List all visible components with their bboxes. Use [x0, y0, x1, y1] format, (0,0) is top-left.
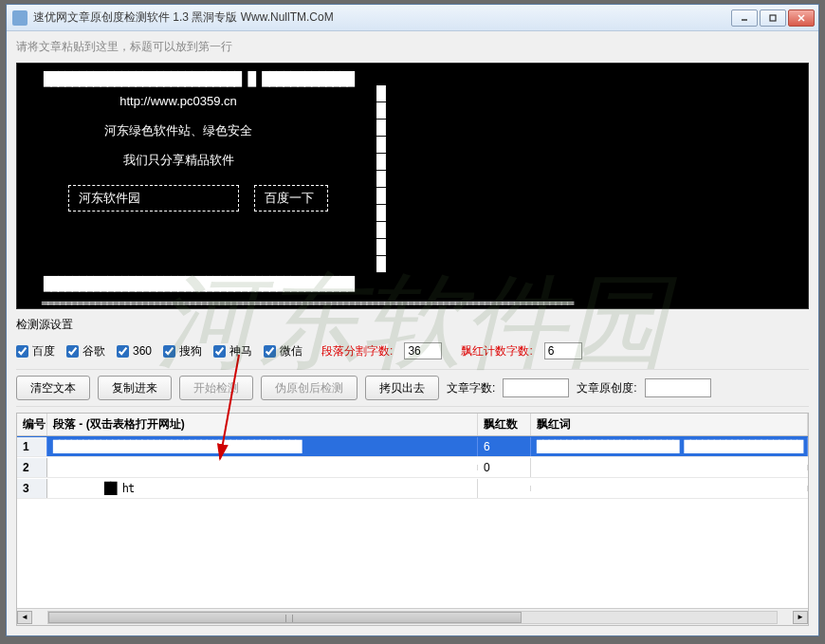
content-area: 请将文章粘贴到这里，标题可以放到第一行 ████████████████████…	[7, 31, 818, 635]
scroll-left-button[interactable]: ◄	[17, 611, 32, 624]
button-row: 清空文本 复制进来 开始检测 伪原创后检测 拷贝出去 文章字数: 文章原创度:	[16, 369, 809, 407]
checkbox-shenma-input[interactable]	[213, 345, 226, 358]
source-settings-label: 检测源设置	[16, 317, 809, 333]
original-field[interactable]	[645, 378, 711, 397]
clear-button[interactable]: 清空文本	[16, 376, 90, 400]
checkbox-weixin-input[interactable]	[264, 345, 276, 358]
app-icon	[12, 10, 28, 26]
text-editor[interactable]: ████████████████████████████ █ █████████…	[16, 63, 809, 309]
table-row[interactable]: 2 0	[17, 457, 808, 478]
table-row[interactable]: 1 ██████████████████████████████████████…	[17, 436, 808, 457]
copyin-button[interactable]: 复制进来	[98, 376, 172, 400]
main-window: 速优网文章原创度检测软件 1.3 黑洞专版 Www.NullTM.CoM 请将文…	[6, 4, 819, 636]
checkbox-weixin[interactable]: 微信	[264, 343, 302, 359]
checkbox-360[interactable]: 360	[117, 344, 152, 358]
box-sitename[interactable]: 河东软件园	[68, 185, 239, 212]
horizontal-scrollbar[interactable]: ◄ ►	[17, 608, 808, 625]
copyout-button[interactable]: 拷贝出去	[365, 376, 439, 400]
original-label: 文章原创度:	[577, 380, 636, 396]
checkbox-baidu-input[interactable]	[16, 345, 28, 358]
redcount-input[interactable]	[544, 342, 582, 359]
th-red[interactable]: 飘红数	[478, 414, 531, 435]
table-body[interactable]: 1 ██████████████████████████████████████…	[17, 436, 808, 608]
minimize-button[interactable]	[731, 9, 758, 27]
results-table: 编号 段落 - (双击表格打开网址) 飘红数 飘红词 1 ███████████…	[16, 413, 809, 626]
redcount-label: 飘红计数字数:	[461, 343, 532, 359]
box-baidu[interactable]: 百度一下	[254, 185, 328, 212]
segment-label: 段落分割字数:	[321, 343, 393, 359]
checkbox-sogou-input[interactable]	[163, 345, 175, 358]
checkbox-google[interactable]: 谷歌	[66, 343, 105, 359]
hash-extra-line: ════════════════════════════════════════…	[42, 297, 573, 309]
table-row[interactable]: 3 ██ ht	[17, 478, 808, 499]
scroll-track[interactable]	[47, 611, 778, 624]
titlebar[interactable]: 速优网文章原创度检测软件 1.3 黑洞专版 Www.NullTM.CoM	[7, 5, 818, 31]
hash-border-right: ███████████	[376, 84, 386, 272]
th-para[interactable]: 段落 - (双击表格打开网址)	[47, 414, 478, 435]
checkbox-google-input[interactable]	[66, 345, 79, 358]
scroll-right-button[interactable]: ►	[793, 611, 808, 624]
editor-placeholder: 请将文章粘贴到这里，标题可以放到第一行	[16, 37, 809, 57]
table-header: 编号 段落 - (双击表格打开网址) 飘红数 飘红词	[17, 414, 808, 436]
th-redw[interactable]: 飘红词	[531, 414, 808, 435]
checkbox-baidu[interactable]: 百度	[16, 343, 55, 359]
svg-rect-1	[770, 15, 776, 21]
hash-border-bottom: ████████████████████████████████████████…	[44, 276, 354, 291]
hash-border-top: ████████████████████████████ █ █████████…	[44, 71, 354, 86]
scroll-thumb[interactable]	[48, 612, 522, 623]
segment-input[interactable]	[404, 342, 442, 359]
checkbox-shenma[interactable]: 神马	[213, 343, 252, 359]
window-controls	[731, 9, 815, 27]
wordcount-label: 文章字数:	[447, 380, 495, 396]
maximize-button[interactable]	[760, 9, 786, 27]
editor-boxes: 河东软件园 百度一下	[68, 185, 808, 212]
th-num[interactable]: 编号	[17, 414, 47, 435]
editor-line2: 我们只分享精品软件	[17, 145, 339, 175]
start-button[interactable]: 开始检测	[179, 376, 253, 400]
checkbox-sogou[interactable]: 搜狗	[163, 343, 202, 359]
wordcount-field[interactable]	[503, 378, 569, 397]
editor-line1: 河东绿色软件站、绿色安全	[17, 116, 339, 145]
fake-button[interactable]: 伪原创后检测	[261, 376, 358, 400]
checkbox-360-input[interactable]	[117, 345, 129, 358]
close-button[interactable]	[788, 9, 815, 27]
checkbox-row: 百度 谷歌 360 搜狗 神马 微信 段落分割字数: 飘红计数字数:	[16, 339, 809, 363]
editor-url: http://www.pc0359.cn	[17, 86, 339, 116]
window-title: 速优网文章原创度检测软件 1.3 黑洞专版 Www.NullTM.CoM	[33, 9, 731, 26]
